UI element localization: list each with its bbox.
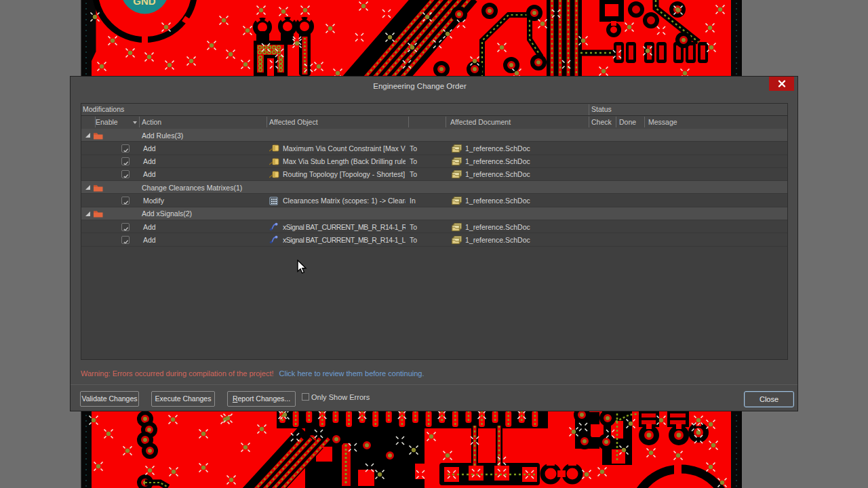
svg-text:GND: GND [133,0,156,7]
